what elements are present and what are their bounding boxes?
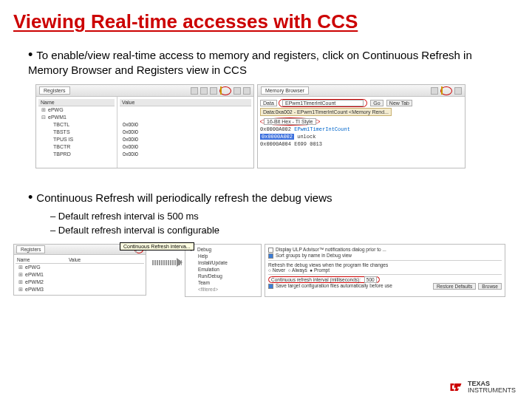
toolbar-icon[interactable]	[243, 87, 250, 95]
toolbar-icon[interactable]	[210, 87, 217, 95]
ti-chip-icon	[449, 380, 463, 395]
col-header-name: Name	[38, 99, 115, 106]
registers-tab-2[interactable]: Registers	[16, 245, 45, 253]
memory-body: Data EPwm1TimerIntCount Go New Tab Data:…	[258, 97, 465, 168]
style-select[interactable]: 16-Bit Hex - TI Style	[264, 118, 316, 125]
tree-item[interactable]: TBCTR	[38, 143, 115, 151]
memory-tab[interactable]: Memory Browser	[261, 86, 309, 95]
tree-item[interactable]: TPUS IS	[38, 136, 115, 143]
refresh-interval-label: Continuous refresh interval (millisecond…	[271, 277, 361, 282]
sub-bullet-2: Default refresh interval is configurable	[50, 225, 510, 236]
screenshot-row-2: Registers Name Value ⊞ePWG ⊞ePWM1 ⊞ePWM2…	[0, 241, 532, 297]
pref-checkbox-2[interactable]: Sort groups by name in Debug view	[268, 253, 502, 259]
tree-item[interactable]: TBPRD	[38, 151, 115, 158]
tree-item[interactable]: TBSTS	[38, 129, 115, 136]
screenshot-row-1: Registers Name ⊞ePWG ⊟ePWM1 TBCTL TBSTS …	[0, 81, 532, 176]
pref-radio-row: ○ Never ○ Always ● Prompt	[268, 267, 502, 273]
registers-body-2: Name Value ⊞ePWG ⊞ePWM1 ⊞ePWM2 ⊞ePWM3	[14, 255, 146, 295]
go-button[interactable]: Go	[370, 100, 383, 106]
tree-item[interactable]: ⊞ePWM1	[16, 271, 144, 279]
mem-line: 0x0000A004 E699 0013	[260, 140, 463, 148]
toolbar-icon[interactable]	[191, 87, 198, 95]
memory-panel: Memory Browser Data EPwm1TimerIntCount G…	[257, 84, 466, 168]
tree-item[interactable]: ⊞ePWM2	[16, 279, 144, 286]
browse-button[interactable]: Browse	[478, 283, 502, 290]
tree-item[interactable]: ⊞ePWG	[38, 106, 115, 114]
tree-item[interactable]: Run/Debug	[188, 273, 259, 279]
bullet-1: To enable/view real-time access to memor…	[28, 47, 510, 77]
tree-item[interactable]: ⊟ePWM1	[38, 114, 115, 121]
tree-item[interactable]: <filtered>	[188, 286, 259, 293]
bullet-2: Continuous Refresh will periodically ref…	[28, 189, 510, 236]
refresh-interval-input[interactable]: 500	[364, 276, 377, 283]
reg-value: 0x00I0	[120, 143, 251, 151]
tree-item[interactable]: Help	[188, 253, 259, 259]
reg-value: 0x00I0	[120, 121, 251, 129]
mem-line: 0x0000A002 unlock	[260, 133, 463, 140]
radio-prompt[interactable]: ● Prompt	[310, 267, 330, 273]
tree-item[interactable]: TBCTL	[38, 121, 115, 129]
registers-value-col: Value 0x00I0 0x00I0 0x00I0 0x00I0 0x00I0	[117, 97, 253, 168]
tree-item[interactable]: ⊞ePWG	[16, 264, 144, 271]
prefs-tree-panel: ▸Debug Help Install/Update Emulation Run…	[185, 244, 262, 297]
memory-path: Data:0xa002 - EPwm1TimerIntCount <Memory…	[260, 108, 392, 116]
tree-item[interactable]: Install/Update	[188, 259, 259, 266]
registers-toolbar: Registers	[36, 85, 253, 97]
slide-title: Viewing Real-time accesses with CCS	[0, 0, 532, 33]
registers-tab[interactable]: Registers	[39, 86, 70, 95]
tree-item[interactable]: Emulation	[188, 266, 259, 273]
mem-line: 0x0000A002 EPwm1TimerIntCount	[260, 126, 463, 133]
prefs-body: Display ULP Advisor™ notifications dialo…	[265, 245, 505, 296]
refresh-interval-highlight: Continuous refresh interval (millisecond…	[268, 276, 380, 283]
pref-checkbox-save[interactable]: Save target configuration files automati…	[268, 283, 502, 289]
registers-panel: Registers Name ⊞ePWG ⊟ePWM1 TBCTL TBSTS …	[35, 84, 254, 168]
tree-item[interactable]: ⊞ePWM3	[16, 286, 144, 293]
tree-item[interactable]: Team	[188, 279, 259, 286]
pref-section: Refresh the debug views when the program…	[268, 262, 502, 267]
toolbar-icon[interactable]	[431, 87, 438, 95]
reg-value: 0x00I0	[120, 136, 251, 143]
bullet-list: To enable/view real-time access to memor…	[0, 33, 532, 77]
toolbar-icon[interactable]	[200, 87, 208, 95]
continuous-refresh-highlight	[219, 86, 231, 95]
pref-checkbox-1[interactable]: Display ULP Advisor™ notifications dialo…	[268, 247, 502, 253]
registers-name-col: Name ⊞ePWG ⊟ePWM1 TBCTL TBSTS TPUS IS TB…	[36, 97, 117, 168]
continuous-refresh-icon[interactable]	[220, 86, 222, 95]
col-header-name-2: Name	[16, 256, 67, 264]
reg-value: 0x00I0	[120, 151, 251, 158]
data-select[interactable]: Data	[260, 100, 277, 106]
ti-logo: TEXAS INSTRUMENTS	[449, 380, 516, 395]
restore-defaults-button[interactable]: Restore Defaults	[433, 283, 476, 290]
address-highlight: EPwm1TimerIntCount	[279, 99, 367, 107]
newtab-button[interactable]: New Tab	[386, 100, 412, 106]
registers-body: Name ⊞ePWG ⊟ePWM1 TBCTL TBSTS TPUS IS TB…	[36, 97, 253, 168]
tree-item[interactable]: ▸Debug	[188, 246, 259, 253]
col-header-value: Value	[120, 99, 251, 106]
toolbar-icon[interactable]	[454, 87, 462, 95]
memory-toolbar: Memory Browser	[258, 85, 465, 97]
style-highlight: 16-Bit Hex - TI Style	[260, 117, 320, 126]
reg-value: 0x00I0	[120, 129, 251, 136]
sub-bullets: Default refresh interval is 500 ms Defau…	[28, 206, 510, 237]
radio-always[interactable]: ○ Always	[288, 267, 307, 273]
continuous-refresh-highlight	[440, 86, 452, 95]
ti-logo-text: TEXAS INSTRUMENTS	[468, 381, 516, 395]
address-input[interactable]: EPwm1TimerIntCount	[282, 100, 364, 106]
prefs-panel: Display ULP Advisor™ notifications dialo…	[265, 244, 505, 297]
prefs-tree: ▸Debug Help Install/Update Emulation Run…	[185, 245, 261, 296]
bullet-list-2: Continuous Refresh will periodically ref…	[0, 176, 532, 236]
tooltip: Continuous Refresh interva...	[120, 242, 194, 250]
toolbar-icon[interactable]	[233, 87, 241, 95]
radio-never[interactable]: ○ Never	[268, 267, 285, 273]
continuous-refresh-icon[interactable]	[441, 86, 443, 95]
sub-bullet-1: Default refresh interval is 500 ms	[50, 211, 510, 222]
memory-address-row: Data EPwm1TimerIntCount Go New Tab	[260, 99, 463, 107]
col-header-value-2: Value	[67, 256, 144, 264]
registers-panel-2: Registers Name Value ⊞ePWG ⊞ePWM1 ⊞ePWM2…	[13, 244, 146, 296]
arrow-icon	[152, 260, 182, 265]
